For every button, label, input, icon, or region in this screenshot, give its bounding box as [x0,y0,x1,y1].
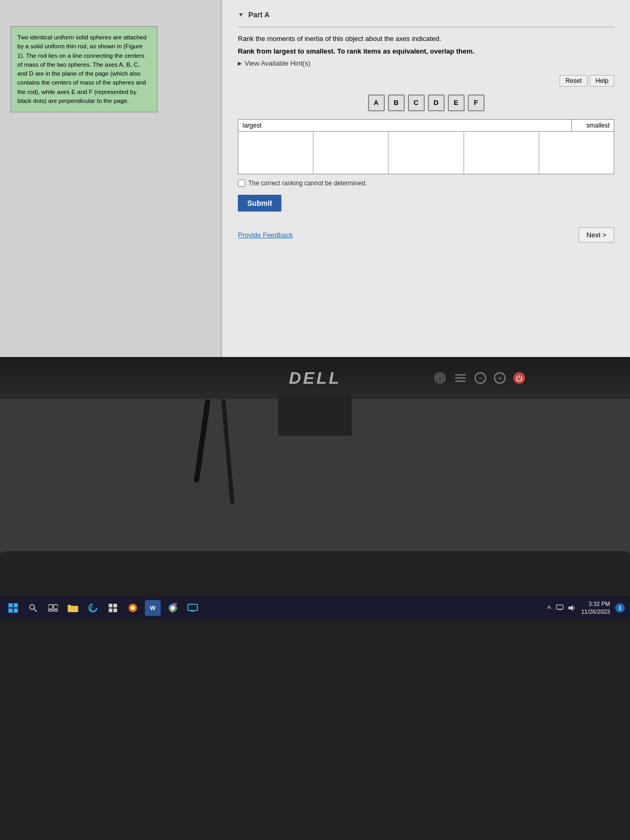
keyboard-area: F4 F5 F6 F7 F8 F9 🔍 F10 ⏮ F11 ▶ F12 ⏭ 🔇 … [0,551,630,840]
problem-description-box: Two identical uniform solid spheres are … [10,26,158,112]
ranking-grid[interactable]: largest smallest [238,119,614,174]
windows-start-icon[interactable] [5,600,21,616]
question-line2: Rank from largest to smallest. To rank i… [238,47,614,55]
plus-button[interactable]: + [494,372,506,384]
cable-2 [221,399,234,504]
letter-box-B[interactable]: B [388,94,405,111]
monitor-controls: − + [434,372,525,384]
arrow-up-icon [545,604,553,612]
next-button[interactable]: Next > [579,227,614,243]
screen-icon [556,604,564,612]
bottom-bar: Provide Feedback Next > [238,227,614,243]
cannot-determine-row: The correct ranking cannot be determined… [238,180,614,187]
ranking-grid-header: largest smallest [238,120,614,132]
part-header: ▼ Part A [238,10,614,19]
letter-box-C[interactable]: C [408,94,425,111]
svg-rect-23 [556,605,563,609]
question-line1: Rank the moments of inertia of this obje… [238,34,614,44]
svg-rect-3 [14,608,18,613]
ranking-cell-1[interactable] [238,132,313,174]
letter-box-E[interactable]: E [448,94,465,111]
largest-label: largest [238,120,572,131]
chrome-icon[interactable] [165,600,181,616]
ranking-cells-row [238,132,614,174]
svg-line-5 [34,609,37,612]
collapse-icon[interactable]: ▼ [238,11,244,18]
letter-box-A[interactable]: A [368,94,385,111]
svg-rect-0 [8,603,13,607]
word-icon[interactable]: W [145,600,161,616]
reset-button[interactable]: Reset [560,75,587,87]
cannot-determine-checkbox[interactable] [238,180,245,187]
ranking-cell-3[interactable] [388,132,464,174]
minus-button[interactable]: − [475,372,486,384]
monitor-stand [278,394,352,436]
svg-rect-7 [54,605,58,609]
action-buttons: Reset Help [238,75,614,87]
svg-point-4 [30,605,35,610]
svg-rect-6 [48,605,52,609]
dell-brand-logo: DELL [289,369,341,388]
ranking-letters-container: A B C D E F [238,94,614,111]
svg-rect-28 [455,374,466,375]
svg-rect-29 [455,377,466,379]
svg-marker-25 [569,605,573,611]
submit-button[interactable]: Submit [238,195,281,212]
firefox-icon[interactable] [125,600,141,616]
time-display: 3:32 PM [581,600,610,608]
feedback-link[interactable]: Provide Feedback [238,231,293,239]
hint-arrow-icon: ▶ [238,60,242,66]
help-button[interactable]: Help [590,75,614,87]
svg-rect-14 [113,604,117,607]
taskview-icon[interactable] [45,600,61,616]
ranking-cell-4[interactable] [464,132,539,174]
menu-icon[interactable] [454,372,467,384]
taskbar-clock: 3:32 PM 11/26/2023 [581,600,610,616]
dell-logo-text: DELL [289,369,341,387]
apps-grid-icon[interactable] [105,600,121,616]
ranking-cell-2[interactable] [313,132,388,174]
svg-point-27 [438,376,442,380]
monitor-app-icon[interactable] [185,600,201,616]
svg-rect-30 [455,381,466,382]
search-taskbar-icon[interactable] [25,600,41,616]
letter-box-F[interactable]: F [468,94,485,111]
svg-rect-2 [8,608,13,613]
date-display: 11/26/2023 [581,608,610,616]
system-tray [545,604,576,612]
svg-rect-1 [14,603,18,607]
svg-rect-21 [188,604,197,611]
file-explorer-icon[interactable] [65,600,81,616]
taskbar: W [0,596,630,620]
letter-box-D[interactable]: D [428,94,445,111]
left-panel: Two identical uniform solid spheres are … [0,0,220,357]
svg-rect-13 [109,604,112,607]
hint-text: View Available Hint(s) [245,59,310,67]
problem-text: Two identical uniform solid spheres are … [17,33,151,106]
taskbar-right: 3:32 PM 11/26/2023 1 [545,600,625,616]
power-button[interactable] [513,372,525,384]
cable-1 [194,399,211,483]
svg-point-18 [131,606,135,610]
hint-link[interactable]: ▶ View Available Hint(s) [238,59,614,67]
part-label: Part A [248,10,270,19]
svg-rect-12 [68,605,71,607]
volume-icon[interactable] [568,604,576,612]
cannot-determine-label: The correct ranking cannot be determined… [248,180,367,187]
ranking-cell-5[interactable] [539,132,614,174]
svg-rect-16 [113,608,117,612]
right-panel: ▼ Part A Rank the moments of inertia of … [222,0,630,357]
edge-icon[interactable] [85,600,101,616]
svg-rect-9 [54,610,58,612]
camera-icon [434,372,446,384]
monitor-bezel: DELL − + [0,357,630,399]
svg-rect-15 [109,608,112,612]
notification-badge[interactable]: 1 [615,603,625,613]
svg-rect-8 [48,610,52,612]
smallest-label: smallest [572,120,614,131]
